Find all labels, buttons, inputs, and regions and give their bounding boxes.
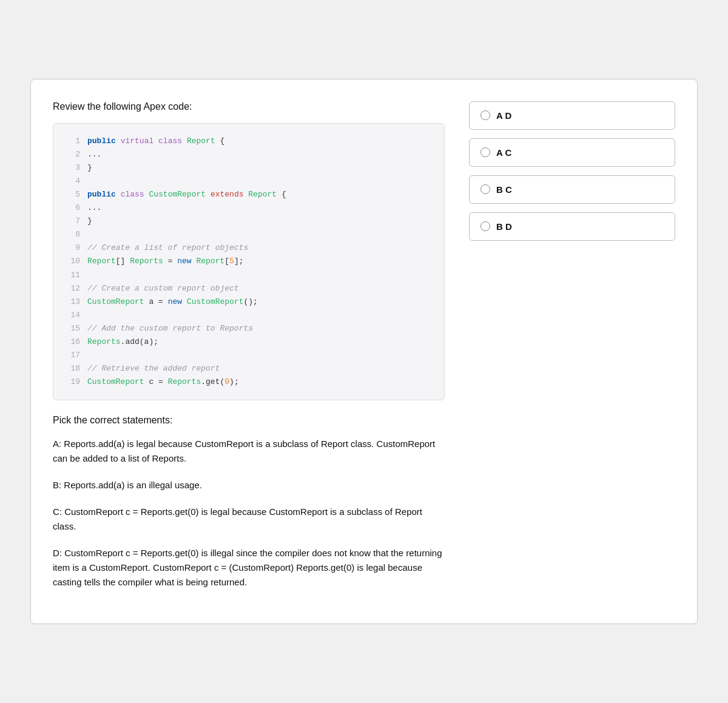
code-line-18: 18 // Retrieve the added report [66, 362, 432, 375]
line-num: 17 [66, 349, 80, 362]
code-line-16: 16 Reports.add(a); [66, 335, 432, 349]
statement-c: C: CustomReport c = Reports.get(0) is le… [53, 505, 445, 534]
code-content: public virtual class Report { [87, 135, 432, 148]
right-panel: A D A C B C B D [469, 101, 675, 602]
code-content [87, 309, 432, 322]
code-block: 1 public virtual class Report { 2 ... 3 … [53, 123, 445, 401]
option-ad-button[interactable]: A D [469, 101, 675, 130]
code-content: public class CustomReport extends Report… [87, 188, 432, 201]
code-line-15: 15 // Add the custom report to Reports [66, 322, 432, 335]
radio-circle-bd [480, 221, 490, 231]
statement-b: B: Reports.add(a) is an illegal usage. [53, 478, 445, 493]
line-num: 8 [66, 228, 80, 241]
code-line-8: 8 [66, 228, 432, 241]
code-line-17: 17 [66, 349, 432, 362]
line-num: 13 [66, 295, 80, 309]
line-num: 19 [66, 375, 80, 389]
code-content: } [87, 161, 432, 175]
code-line-14: 14 [66, 309, 432, 322]
radio-circle-ac [480, 147, 490, 157]
code-line-12: 12 // Create a custom report object [66, 282, 432, 295]
option-ac-button[interactable]: A C [469, 138, 675, 167]
code-content: ... [87, 148, 432, 161]
code-content: // Create a custom report object [87, 282, 432, 295]
option-ad-label: A D [496, 110, 511, 121]
code-content: } [87, 215, 432, 228]
line-num: 5 [66, 188, 80, 201]
code-line-7: 7 } [66, 215, 432, 228]
radio-circle-bc [480, 184, 490, 194]
code-content: CustomReport a = new CustomReport(); [87, 295, 432, 309]
code-line-9: 9 // Create a list of report objects [66, 241, 432, 255]
code-line-3: 3 } [66, 161, 432, 175]
code-content: ... [87, 201, 432, 215]
code-content: Report[] Reports = new Report[5]; [87, 255, 432, 268]
option-bc-label: B C [496, 184, 512, 195]
code-content [87, 175, 432, 188]
code-line-13: 13 CustomReport a = new CustomReport(); [66, 295, 432, 309]
code-line-6: 6 ... [66, 201, 432, 215]
code-line-2: 2 ... [66, 148, 432, 161]
line-num: 12 [66, 282, 80, 295]
line-num: 9 [66, 241, 80, 255]
code-line-10: 10 Report[] Reports = new Report[5]; [66, 255, 432, 268]
code-content: // Add the custom report to Reports [87, 322, 432, 335]
line-num: 7 [66, 215, 80, 228]
code-line-5: 5 public class CustomReport extends Repo… [66, 188, 432, 201]
code-content [87, 228, 432, 241]
question-intro: Review the following Apex code: [53, 101, 445, 112]
line-num: 15 [66, 322, 80, 335]
line-num: 16 [66, 335, 80, 349]
option-bd-button[interactable]: B D [469, 212, 675, 241]
code-line-11: 11 [66, 269, 432, 282]
line-num: 11 [66, 269, 80, 282]
line-num: 6 [66, 201, 80, 215]
line-num: 2 [66, 148, 80, 161]
line-num: 3 [66, 161, 80, 175]
statement-a: A: Reports.add(a) is legal because Custo… [53, 437, 445, 466]
line-num: 18 [66, 362, 80, 375]
radio-circle-ad [480, 110, 490, 120]
statement-d: D: CustomReport c = Reports.get(0) is il… [53, 546, 445, 590]
line-num: 1 [66, 135, 80, 148]
code-content: Reports.add(a); [87, 335, 432, 349]
option-ac-label: A C [496, 147, 511, 158]
code-content: CustomReport c = Reports.get(0); [87, 375, 432, 389]
option-bd-label: B D [496, 221, 512, 232]
option-bc-button[interactable]: B C [469, 175, 675, 204]
main-card: Review the following Apex code: 1 public… [30, 79, 698, 625]
line-num: 4 [66, 175, 80, 188]
line-num: 14 [66, 309, 80, 322]
code-content [87, 349, 432, 362]
left-panel: Review the following Apex code: 1 public… [53, 101, 445, 602]
code-line-4: 4 [66, 175, 432, 188]
code-content: // Retrieve the added report [87, 362, 432, 375]
pick-label: Pick the correct statements: [53, 415, 445, 426]
code-content [87, 269, 432, 282]
code-line-19: 19 CustomReport c = Reports.get(0); [66, 375, 432, 389]
code-line-1: 1 public virtual class Report { [66, 135, 432, 148]
line-num: 10 [66, 255, 80, 268]
code-content: // Create a list of report objects [87, 241, 432, 255]
